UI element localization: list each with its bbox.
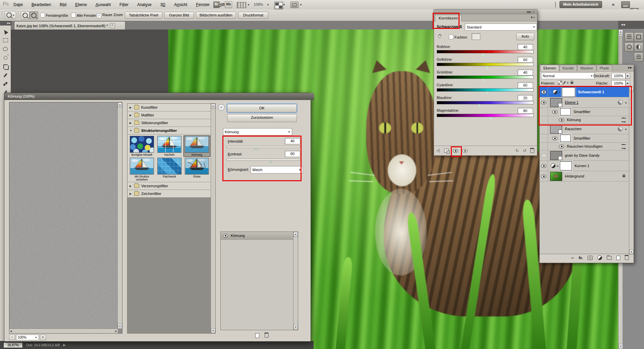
options-bar-grip[interactable] [1, 11, 3, 19]
screen-mode-icon[interactable] [290, 2, 299, 8]
category-stilisierungsfilter[interactable]: ▶ Stilisierungsfilter [127, 119, 211, 127]
clip-to-layer-icon[interactable] [444, 149, 449, 153]
layer-mask-thumbnail[interactable] [560, 161, 572, 170]
menu-datei[interactable]: Datei [13, 2, 23, 7]
mask-link-icon[interactable]: ∞ [556, 164, 559, 168]
workspace-button[interactable]: Mein Arbeitsbereich [559, 1, 602, 8]
filter-thumb-risse[interactable]: Risse [184, 158, 210, 181]
dock-collapse-icon[interactable]: ◀◀ [618, 21, 644, 29]
collapse-filters-icon[interactable]: ▲ [625, 101, 627, 104]
opacity-spinner-icon[interactable]: ▶ [626, 73, 630, 79]
filter-thumb-koernung[interactable]: Körnung [184, 136, 210, 156]
filter-select[interactable]: Körnung ▼ [223, 128, 292, 136]
workspace-overflow-icon[interactable]: » [612, 1, 614, 7]
filter-thumb-patchwork[interactable]: Patchwork [156, 158, 182, 181]
delete-effect-layer-icon[interactable] [265, 333, 269, 338]
zoom-out-button[interactable]: − [30, 11, 38, 19]
menu-bearbeiten[interactable]: Bearbeiten [32, 2, 51, 7]
tint-color-swatch[interactable] [472, 33, 480, 40]
checkbox-fenstergroesse[interactable]: Fenstergröße [40, 13, 68, 17]
arrange-dropdown-icon[interactable]: ▼ [283, 3, 285, 6]
category-zeichenfilter[interactable]: ▶ Zeichenfilter [127, 190, 211, 198]
visibility-toggle[interactable] [559, 145, 564, 148]
slider-thumb[interactable] [485, 65, 489, 68]
scroll-down-icon[interactable]: ▼ [293, 325, 298, 330]
layer-thumbnail[interactable] [550, 151, 562, 160]
zoom-in-button[interactable]: + [40, 335, 46, 340]
layer-row-ebene-1[interactable]: Ebene 1 ▲ [540, 97, 629, 108]
layer-style-fx-icon[interactable]: fx. [579, 256, 583, 260]
visibility-toggle[interactable] [540, 171, 548, 181]
druckformat-button[interactable]: Druckformat [238, 12, 268, 19]
koernungsart-select[interactable]: Weich ▼ [251, 166, 303, 173]
panel-menu-icon[interactable]: ▼≡ [530, 16, 535, 19]
slider-thumb[interactable] [478, 104, 481, 107]
filter-mask-thumbnail[interactable] [560, 108, 571, 115]
dock-panel-icon[interactable] [634, 52, 643, 62]
arrange-documents-icon[interactable] [274, 2, 283, 9]
slider-thumb[interactable] [482, 78, 485, 81]
layer-row-grain-by-dave-gandy[interactable]: grain by Dave Gandy [540, 150, 629, 161]
scrubby-hand-icon[interactable] [437, 33, 443, 39]
magentatoene-value[interactable]: 80 [518, 108, 533, 114]
ok-button[interactable]: OK [227, 104, 297, 112]
filter-mask-thumbnail[interactable] [560, 135, 571, 142]
delete-adjustment-icon[interactable] [530, 149, 534, 153]
dialog-title-bar[interactable]: Körnung (100%) [4, 93, 314, 100]
collapse-icon[interactable]: ◀◀ [526, 10, 530, 13]
filter-blend-options-icon[interactable] [622, 144, 626, 149]
checkbox-alle-fenster[interactable]: Alle Fenster [71, 13, 96, 17]
intensitaet-value[interactable]: 40 [285, 138, 300, 144]
filter-thumb-buntglas-mosaik[interactable]: Buntglas-Mosaik [129, 136, 155, 156]
gelbtoene-value[interactable]: 60 [518, 57, 533, 63]
new-effect-layer-icon[interactable] [255, 333, 259, 339]
status-menu-icon[interactable]: ▶ [63, 343, 66, 347]
zoom-tool-icon[interactable]: ▼ [5, 11, 16, 19]
view-extras-icon[interactable] [237, 2, 246, 8]
new-adjustment-layer-icon[interactable] [597, 255, 602, 260]
document-tab[interactable]: Katze.jpg bei 108% (Schwarzweiß 1, Ebene… [14, 21, 125, 30]
farbton-checkbox[interactable]: Farbton [449, 35, 467, 39]
effects-scrollbar[interactable]: ▲ ▼ [293, 232, 298, 330]
preview-horizontal-scrollbar[interactable]: ◀ ▶ [9, 329, 118, 333]
intensitaet-slider[interactable] [226, 146, 300, 148]
screen-mode-dropdown-icon[interactable]: ▼ [300, 3, 302, 6]
kontrast-value[interactable]: 60 [285, 151, 300, 157]
menu-auswahl[interactable]: Auswahl [96, 2, 111, 7]
tab-korrekturen[interactable]: Korrekturen [435, 15, 462, 21]
add-layer-mask-icon[interactable] [588, 256, 593, 260]
dock-panel-icon[interactable] [634, 32, 643, 42]
bridge-button[interactable]: Br [213, 1, 220, 8]
visibility-toggle[interactable] [552, 137, 557, 140]
scroll-down-icon[interactable]: ▼ [211, 328, 215, 333]
quick-selection-tool-icon[interactable] [2, 54, 9, 61]
view-extras-dropdown-icon[interactable]: ▼ [247, 3, 250, 6]
lock-all-icon[interactable] [571, 82, 573, 84]
lasso-tool-icon[interactable] [2, 46, 9, 52]
zoom-in-button[interactable]: + [21, 11, 30, 19]
filter-preview[interactable]: ▲ ▼ ◀ ▶ [9, 102, 122, 334]
collapse-filters-icon[interactable]: ▲ [625, 128, 627, 131]
gruentoene-value[interactable]: 40 [518, 69, 533, 76]
return-to-list-icon[interactable] [437, 149, 440, 153]
effect-layer-koernung[interactable]: Körnung [221, 232, 293, 240]
reset-to-default-icon[interactable]: ↺ [523, 148, 526, 153]
minimize-button[interactable] [621, 1, 630, 8]
tab-pfade[interactable]: Pfade [597, 65, 612, 71]
layer-row-koernung-filter[interactable]: Körnung [540, 116, 629, 124]
tab-kanaele[interactable]: Kanäle [559, 65, 577, 71]
smart-filter-icon[interactable] [618, 127, 623, 131]
layer-thumbnail[interactable] [550, 124, 562, 134]
dock-panel-icon[interactable] [625, 42, 634, 52]
ganzes-bild-button[interactable]: Ganzes Bild [164, 12, 194, 19]
layers-scrollbar[interactable]: ▲ ▼ [629, 87, 634, 255]
healing-brush-tool-icon[interactable] [2, 81, 9, 87]
blautoene-value[interactable]: 20 [518, 95, 533, 101]
close-icon[interactable]: ✕ [533, 10, 535, 13]
visibility-toggle[interactable] [540, 87, 548, 97]
menu-analyse[interactable]: Analyse [137, 2, 152, 7]
layer-row-rauschen-hinzufuegen[interactable]: Rauschen hinzufügen [540, 143, 629, 150]
status-zoom-field[interactable]: 16,67% [3, 342, 23, 348]
scroll-up-icon[interactable]: ▲ [118, 102, 122, 107]
view-previous-state-eye-icon[interactable] [462, 149, 468, 153]
